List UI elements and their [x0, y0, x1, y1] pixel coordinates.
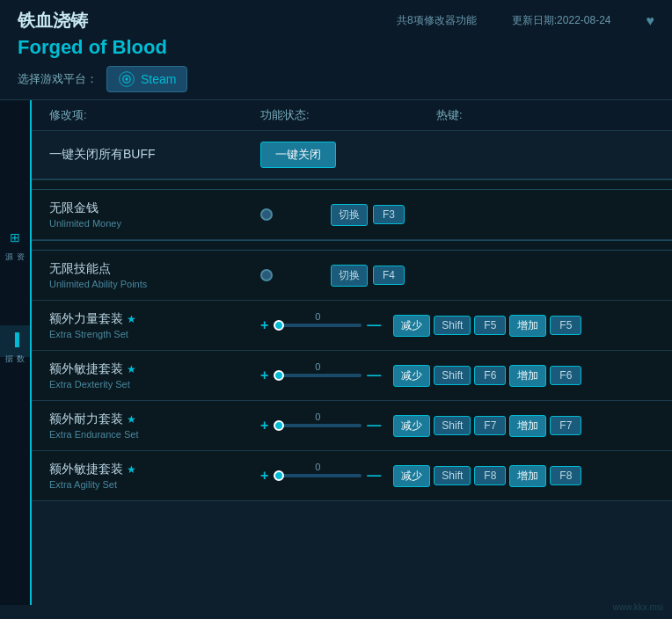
- extra-agility-name: 额外敏捷套装 ★ Extra Agility Set: [49, 462, 260, 490]
- unlimited-money-name: 无限金钱 Unlimited Money: [49, 200, 260, 229]
- favorite-icon[interactable]: ♥: [646, 13, 655, 29]
- endurance-minus-btn[interactable]: —: [367, 418, 381, 433]
- unlimited-money-row: 无限金钱 Unlimited Money 切换 F3: [32, 190, 672, 240]
- agility-slider-wrapper: 0: [274, 474, 362, 477]
- agility-slider-thumb[interactable]: [274, 470, 284, 481]
- update-date: 更新日期:2022-08-24: [512, 13, 611, 28]
- dexterity-shift-key: Shift: [434, 366, 471, 385]
- svg-point-2: [125, 77, 128, 80]
- steam-platform-button[interactable]: Steam: [106, 66, 187, 92]
- endurance-reduce-btn[interactable]: 减少: [393, 415, 430, 437]
- extra-strength-name: 额外力量套装 ★ Extra Strength Set: [49, 311, 260, 339]
- dexterity-slider-track[interactable]: [274, 374, 362, 377]
- extra-dexterity-name: 额外敏捷套装 ★ Extra Dexterity Set: [49, 361, 260, 390]
- strength-minus-btn[interactable]: —: [367, 317, 381, 333]
- strength-increase-key: F5: [550, 316, 581, 335]
- dexterity-decrease-key: F6: [474, 366, 506, 385]
- extra-agility-cn: 额外敏捷套装: [49, 462, 123, 477]
- endurance-shift-key: Shift: [434, 416, 471, 435]
- unlimited-ability-toggle[interactable]: [260, 269, 273, 281]
- sidebar-item-resource[interactable]: ⊞ 资源: [0, 223, 30, 255]
- resource-icon: ⊞: [10, 230, 20, 244]
- agility-plus-btn[interactable]: +: [260, 468, 268, 484]
- extra-dexterity-en: Extra Dexterity Set: [49, 379, 260, 390]
- agility-reduce-btn[interactable]: 减少: [393, 465, 430, 487]
- steam-label: Steam: [141, 72, 176, 86]
- unlimited-ability-hotkeys: 切换 F4: [331, 265, 654, 287]
- buff-mod-name: 一键关闭所有BUFF: [49, 147, 260, 163]
- strength-increase-btn[interactable]: 增加: [509, 315, 546, 337]
- dexterity-plus-btn[interactable]: +: [260, 368, 268, 383]
- platform-label: 选择游戏平台：: [18, 71, 98, 87]
- unlimited-money-f3-key: F3: [373, 205, 405, 224]
- agility-shift-key: Shift: [434, 466, 471, 485]
- header-top: 铁血浇铸 共8项修改器功能 更新日期:2022-08-24 ♥: [18, 9, 654, 33]
- extra-agility-row: 额外敏捷套装 ★ Extra Agility Set + 0 — 减少 Shif…: [32, 451, 672, 501]
- endurance-decrease-key: F7: [474, 416, 506, 435]
- unlimited-money-cn: 无限金钱: [49, 200, 260, 216]
- data-icon: ▐: [11, 332, 19, 346]
- sidebar-item-data[interactable]: ▐ 数据: [0, 325, 30, 357]
- dexterity-increase-btn[interactable]: 增加: [509, 365, 546, 387]
- steam-logo-icon: [118, 70, 135, 88]
- agility-value: 0: [310, 462, 325, 472]
- game-title-en: Forged of Blood: [18, 36, 654, 59]
- dexterity-slider-controls: + 0 — 减少 Shift F6 增加 F6: [260, 365, 654, 387]
- extra-dexterity-cn: 额外敏捷套装: [49, 361, 123, 377]
- buff-toggle-button[interactable]: 一键关闭: [260, 142, 336, 168]
- endurance-slider-controls: + 0 — 减少 Shift F7 增加 F7: [260, 415, 654, 437]
- endurance-value: 0: [310, 411, 325, 422]
- game-title-cn: 铁血浇铸: [18, 9, 88, 33]
- main-content: ⊞ 资源 ▐ 数据 修改项: 功能状态: 热键: 一键关闭所有BUFF 一键关闭: [0, 100, 672, 605]
- extra-dexterity-row: 额外敏捷套装 ★ Extra Dexterity Set + 0 — 减少 Sh…: [32, 351, 672, 401]
- dexterity-action-btns: 减少 Shift F6 增加 F6: [393, 365, 581, 387]
- endurance-increase-btn[interactable]: 增加: [509, 415, 546, 437]
- agility-increase-btn[interactable]: 增加: [509, 465, 546, 487]
- agility-minus-btn[interactable]: —: [367, 468, 381, 484]
- mod-count: 共8项修改器功能: [397, 13, 477, 28]
- header-meta: 共8项修改器功能 更新日期:2022-08-24 ♥: [397, 13, 654, 29]
- dexterity-minus-btn[interactable]: —: [367, 368, 381, 383]
- strength-star-icon: ★: [127, 313, 136, 325]
- strength-plus-btn[interactable]: +: [260, 317, 268, 333]
- strength-action-btns: 减少 Shift F5 增加 F5: [393, 315, 581, 337]
- dexterity-reduce-btn[interactable]: 减少: [393, 365, 430, 387]
- strength-value: 0: [310, 311, 325, 322]
- dexterity-slider-wrapper: 0: [274, 374, 362, 377]
- dexterity-slider-thumb[interactable]: [274, 370, 284, 381]
- endurance-slider-thumb[interactable]: [274, 420, 284, 431]
- strength-slider-thumb[interactable]: [274, 320, 284, 331]
- endurance-star-icon: ★: [127, 413, 136, 426]
- endurance-plus-btn[interactable]: +: [260, 418, 268, 433]
- extra-endurance-name: 额外耐力套装 ★ Extra Endurance Set: [49, 411, 260, 440]
- buff-row: 一键关闭所有BUFF 一键关闭: [32, 131, 672, 179]
- extra-endurance-cn: 额外耐力套装: [49, 411, 123, 427]
- sidebar-data-label: 数据: [4, 348, 26, 350]
- endurance-action-btns: 减少 Shift F7 增加 F7: [393, 415, 581, 437]
- col-mod: 修改项:: [49, 107, 260, 123]
- strength-slider-track[interactable]: [274, 324, 362, 327]
- agility-slider-track[interactable]: [274, 474, 362, 477]
- buff-toggle-area: 一键关闭: [260, 142, 436, 168]
- strength-reduce-btn[interactable]: 减少: [393, 315, 430, 337]
- extra-strength-row: 额外力量套装 ★ Extra Strength Set + 0 — 减少 Shi…: [32, 301, 672, 351]
- unlimited-money-toggle[interactable]: [260, 208, 273, 221]
- sidebar-resource-label: 资源: [4, 246, 26, 248]
- strength-slider-wrapper: 0: [274, 324, 362, 327]
- unlimited-money-toggle-btn[interactable]: 切换: [331, 204, 368, 226]
- unlimited-ability-toggle-btn[interactable]: 切换: [331, 265, 368, 287]
- strength-shift-key: Shift: [434, 316, 471, 335]
- unlimited-ability-cn: 无限技能点: [49, 261, 260, 277]
- agility-decrease-key: F8: [474, 466, 506, 485]
- sidebar: ⊞ 资源 ▐ 数据: [0, 100, 32, 605]
- col-status: 功能状态:: [260, 107, 436, 123]
- unlimited-ability-en: Unlimited Ability Points: [49, 279, 260, 289]
- unlimited-ability-row: 无限技能点 Unlimited Ability Points 切换 F4: [32, 251, 672, 301]
- extra-strength-en: Extra Strength Set: [49, 329, 260, 339]
- extra-endurance-en: Extra Endurance Set: [49, 429, 260, 440]
- strength-slider-controls: + 0 — 减少 Shift F5 增加 F5: [260, 315, 654, 337]
- unlimited-ability-f4-key: F4: [373, 266, 405, 285]
- content-area: 修改项: 功能状态: 热键: 一键关闭所有BUFF 一键关闭 无限金钱 Unli…: [32, 100, 672, 605]
- dexterity-increase-key: F6: [550, 366, 581, 385]
- endurance-slider-track[interactable]: [274, 424, 362, 427]
